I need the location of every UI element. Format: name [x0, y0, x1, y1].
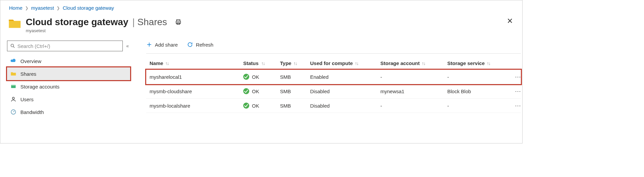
sidebar-item-shares[interactable]: Shares: [7, 67, 130, 80]
page-title: Cloud storage gateway: [26, 17, 128, 27]
ok-icon: [243, 74, 249, 80]
shares-table: Name↑↓ Status↑↓ Type↑↓ Used for compute↑…: [146, 57, 521, 113]
breadcrumb: Home ❯ myasetest ❯ Cloud storage gateway: [7, 4, 516, 14]
sidebar-item-label: Shares: [20, 71, 36, 77]
cell-status: OK: [243, 103, 280, 109]
sidebar-item-bandwidth[interactable]: Bandwidth: [7, 106, 130, 118]
folder-icon: [10, 71, 16, 77]
title-separator: |: [132, 17, 134, 27]
plus-icon: [146, 42, 152, 48]
toolbar: Add share Refresh: [146, 41, 521, 52]
sidebar-item-label: Users: [20, 97, 33, 102]
sort-icon: ↑↓: [165, 61, 169, 66]
sidebar-item-users[interactable]: Users: [7, 93, 130, 106]
table-row[interactable]: mysharelocal1 OK SMB Enabled - - ⋯: [146, 70, 521, 84]
cell-compute: Enabled: [310, 74, 380, 80]
cell-account: -: [380, 103, 447, 109]
column-header-status[interactable]: Status↑↓: [243, 60, 280, 66]
cell-account: -: [380, 74, 447, 80]
cell-type: SMB: [280, 74, 310, 80]
cell-compute: Disabled: [310, 103, 380, 109]
sidebar-item-label: Storage accounts: [20, 84, 60, 90]
cloud-icon: [10, 58, 16, 64]
collapse-sidebar-button[interactable]: «: [126, 43, 129, 49]
toolbar-label: Refresh: [196, 42, 213, 48]
sidebar-item-label: Overview: [20, 58, 41, 64]
cell-name: mysmb-cloudshare: [146, 88, 243, 94]
column-header-name[interactable]: Name↑↓: [146, 60, 243, 66]
cell-status: OK: [243, 74, 280, 80]
sort-icon: ↑↓: [487, 61, 490, 66]
svg-line-4: [13, 47, 14, 48]
close-button[interactable]: ✕: [507, 17, 513, 25]
cell-status: OK: [243, 88, 280, 94]
search-input[interactable]: [17, 43, 120, 49]
page-subtitle: myasetest: [26, 28, 167, 33]
column-header-account[interactable]: Storage account↑↓: [380, 60, 447, 66]
breadcrumb-home[interactable]: Home: [9, 5, 22, 11]
bandwidth-icon: [10, 109, 16, 115]
sidebar-search-box[interactable]: [7, 41, 123, 51]
sidebar-item-label: Bandwidth: [20, 109, 44, 115]
chevron-right-icon: ❯: [25, 6, 28, 10]
table-row[interactable]: mysmb-localshare OK SMB Disabled - - ⋯: [146, 99, 521, 113]
storage-icon: [10, 83, 16, 90]
ok-icon: [243, 88, 249, 94]
cell-service: -: [447, 103, 508, 109]
main-content: Add share Refresh Name↑↓ Status↑↓ Type↑↓…: [130, 41, 521, 118]
chevron-right-icon: ❯: [57, 6, 60, 10]
svg-point-3: [11, 44, 14, 47]
sidebar-item-storage-accounts[interactable]: Storage accounts: [7, 80, 130, 93]
cell-type: SMB: [280, 88, 310, 94]
print-icon[interactable]: [175, 17, 182, 27]
row-actions-button[interactable]: ⋯: [508, 87, 521, 95]
breadcrumb-page[interactable]: Cloud storage gateway: [63, 5, 114, 11]
cell-service: -: [447, 74, 508, 80]
cell-name: mysmb-localshare: [146, 103, 243, 109]
breadcrumb-resource[interactable]: myasetest: [31, 5, 54, 11]
table-row[interactable]: mysmb-cloudshare OK SMB Disabled mynewsa…: [146, 84, 521, 99]
svg-point-7: [12, 97, 14, 99]
sort-icon: ↑↓: [422, 61, 425, 66]
search-icon: [10, 43, 15, 49]
sort-icon: ↑↓: [293, 61, 297, 66]
page-header: Cloud storage gateway | Shares myasetest…: [7, 14, 516, 36]
row-actions-button[interactable]: ⋯: [508, 102, 521, 109]
table-header: Name↑↓ Status↑↓ Type↑↓ Used for compute↑…: [146, 57, 521, 70]
page-section: Shares: [137, 17, 167, 27]
sort-icon: ↑↓: [355, 61, 358, 66]
refresh-icon: [187, 42, 193, 48]
cell-account: mynewsa1: [380, 88, 447, 94]
refresh-button[interactable]: Refresh: [187, 42, 213, 48]
toolbar-separator: [146, 53, 521, 54]
column-header-type[interactable]: Type↑↓: [280, 60, 310, 66]
row-actions-button[interactable]: ⋯: [508, 73, 521, 80]
column-header-service[interactable]: Storage service↑↓: [447, 60, 508, 66]
user-icon: [10, 96, 16, 102]
column-header-compute[interactable]: Used for compute↑↓: [310, 60, 380, 66]
cell-name: mysharelocal1: [146, 74, 243, 80]
cell-type: SMB: [280, 103, 310, 109]
folder-icon: [8, 17, 22, 31]
sort-icon: ↑↓: [261, 61, 265, 66]
ok-icon: [243, 103, 249, 109]
sidebar: « Overview Shares Storage accounts: [7, 41, 130, 118]
sidebar-item-overview[interactable]: Overview: [7, 55, 130, 67]
toolbar-label: Add share: [155, 42, 178, 48]
cell-compute: Disabled: [310, 88, 380, 94]
svg-rect-6: [11, 85, 16, 86]
cell-service: Block Blob: [447, 88, 508, 94]
add-share-button[interactable]: Add share: [146, 42, 178, 48]
